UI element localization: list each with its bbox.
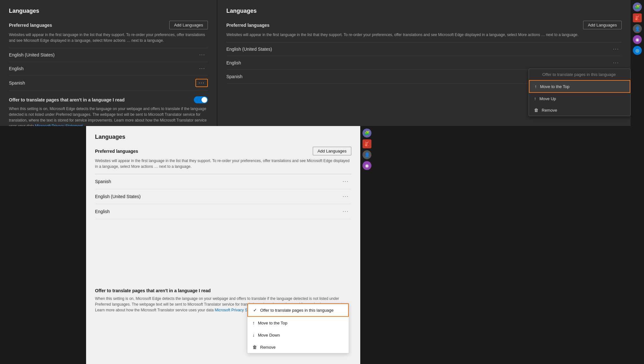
more-btn-1-bottom[interactable]: ··· [340, 178, 351, 185]
language-name-3-tr: Spanish [226, 74, 243, 79]
language-item-1-tl: English (United States) ··· [9, 48, 208, 62]
menu-item-remove-tr[interactable]: 🗑 Remove [529, 104, 630, 116]
language-item-1-bottom: Spanish ··· [95, 174, 351, 189]
bottom-sidebar-icon-red[interactable]: 🎒 [362, 139, 371, 148]
menu-item-offer-bottom[interactable]: ✓ Offer to translate pages in this langu… [247, 303, 349, 317]
language-name-1-tl: English (United States) [9, 52, 55, 57]
more-btn-2-tr[interactable]: ··· [611, 59, 622, 66]
description-bottom: Websites will appear in the first langua… [95, 158, 351, 169]
sidebar-icon-puzzle[interactable]: 🧩 [633, 3, 642, 11]
preferred-languages-label-tr: Preferred languages [226, 23, 269, 28]
add-languages-button-bottom[interactable]: Add Languages [313, 147, 351, 155]
translate-label-tl: Offer to translate pages that aren't in … [9, 97, 125, 102]
language-name-2-tl: English [9, 66, 24, 71]
add-languages-button-tr[interactable]: Add Languages [583, 21, 622, 29]
sidebar-icon-red[interactable]: 🎒 [633, 13, 642, 22]
more-btn-3-bottom[interactable]: ··· [340, 208, 351, 215]
toggle-tl[interactable] [194, 96, 208, 103]
sidebar-icon-purple[interactable]: ◉ [633, 35, 642, 44]
language-item-2-bottom: English (United States) ··· [95, 189, 351, 204]
description-tr: Websites will appear in the first langua… [226, 32, 622, 38]
menu-item-down-bottom[interactable]: ↓ Move Down [247, 329, 349, 341]
language-item-2-tr: English ··· [226, 56, 622, 70]
add-languages-button-tl[interactable]: Add Languages [169, 21, 208, 29]
sidebar-icon-person[interactable]: 👤 [633, 24, 642, 33]
language-name-3-tl: Spanish [9, 80, 25, 85]
trash-icon-bottom: 🗑 [252, 345, 257, 350]
arrow-up-icon-tr: ↑ [535, 84, 537, 89]
bottom-sidebar-icon-purple[interactable]: ◉ [362, 161, 371, 170]
language-name-2-tr: English [226, 60, 241, 65]
check-icon-bottom: ✓ [253, 308, 257, 313]
menu-item-top-bottom[interactable]: ↑ Move to the Top [247, 317, 349, 329]
panel-title-tr: Languages [226, 8, 622, 14]
translate-section-tl: Offer to translate pages that aren't in … [9, 96, 208, 126]
panel-title-top-left: Languages [9, 8, 208, 14]
panel-title-bottom: Languages [95, 134, 351, 140]
more-btn-3-tl[interactable]: ··· [195, 79, 208, 87]
arrow-up-icon-bottom: ↑ [252, 320, 255, 325]
context-menu-tr: Offer to translate pages in this languag… [529, 69, 631, 116]
bottom-sidebar-icon-person[interactable]: 👤 [362, 150, 371, 159]
arrow-down-icon-bottom: ↓ [252, 332, 255, 338]
language-name-2-bottom: English (United States) [95, 194, 141, 199]
privacy-link-tl[interactable]: Microsoft Privacy Statement. [35, 124, 84, 126]
menu-item-offer-tr[interactable]: Offer to translate pages in this languag… [529, 69, 630, 80]
more-btn-2-tl[interactable]: ··· [197, 65, 208, 72]
language-name-1-bottom: Spanish [95, 179, 111, 184]
more-btn-1-tl[interactable]: ··· [197, 51, 208, 58]
context-menu-bottom: ✓ Offer to translate pages in this langu… [247, 303, 349, 353]
language-item-2-tl: English ··· [9, 62, 208, 76]
language-name-3-bottom: English [95, 209, 110, 214]
preferred-languages-label-bottom: Preferred languages [95, 149, 138, 154]
menu-item-up-tr[interactable]: ↑ Move Up [529, 93, 630, 104]
sidebar-icon-blue[interactable]: ◎ [633, 46, 642, 55]
menu-item-remove-bottom[interactable]: 🗑 Remove [247, 341, 349, 353]
menu-item-top-tr[interactable]: ↑ Move to the Top [529, 80, 630, 93]
bottom-sidebar-icon-puzzle[interactable]: 🧩 [362, 129, 371, 137]
trash-icon-tr: 🗑 [534, 108, 538, 113]
translate-label-bottom: Offer to translate pages that aren't in … [95, 288, 351, 293]
language-item-1-tr: English (United States) ··· [226, 42, 622, 56]
description-tl: Websites will appear in the first langua… [9, 32, 208, 43]
language-item-3-bottom: English ··· [95, 204, 351, 219]
more-btn-1-tr[interactable]: ··· [611, 46, 622, 53]
translate-desc-tl: When this setting is on, Microsoft Edge … [9, 106, 208, 126]
language-name-1-tr: English (United States) [226, 47, 272, 52]
preferred-languages-label-tl: Preferred languages [9, 23, 52, 28]
more-btn-2-bottom[interactable]: ··· [340, 193, 351, 200]
language-item-3-tl: Spanish ··· [9, 76, 208, 91]
arrow-up-small-icon-tr: ↑ [534, 96, 536, 101]
